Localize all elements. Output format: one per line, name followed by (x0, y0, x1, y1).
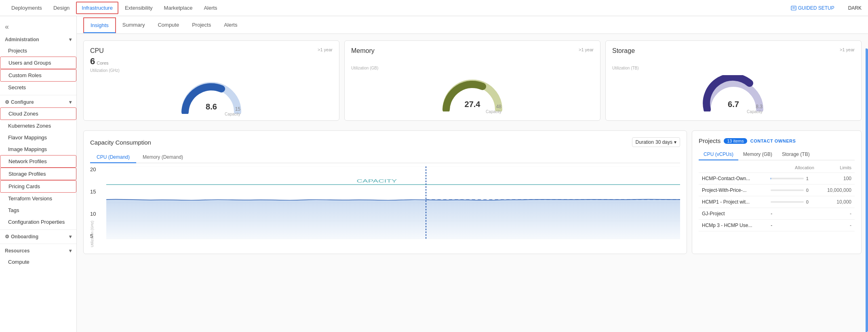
section-resources[interactable]: Resources ▾ (0, 246, 76, 256)
section-resources-chevron: ▾ (69, 248, 72, 254)
col-limits-header: Limits (817, 164, 855, 173)
proj-limit-3: - (817, 208, 855, 220)
sidebar-label-tags: Tags (8, 207, 19, 213)
sidebar-label-image-mappings: Image Mappings (8, 146, 47, 152)
memory-gauge-svg-wrap: 27.4 48 Capacity (440, 75, 505, 111)
col-name-header (699, 164, 767, 173)
cpu-util-label: Utilization (GHz) (90, 68, 333, 73)
projects-subtabs: CPU (vCPUs) Memory (GB) Storage (TB) (699, 149, 855, 160)
sidebar-item-kubernetes-zones[interactable]: Kubernetes Zones (0, 120, 76, 132)
section-configure[interactable]: ⚙ Configure ▾ (0, 97, 76, 107)
cpu-unit: Cores (97, 61, 108, 65)
sidebar-label-compute: Compute (8, 259, 29, 265)
proj-limit-0: 100 (817, 173, 855, 185)
storage-gauge-duration: >1 year (840, 47, 855, 52)
sidebar-item-storage-profiles[interactable]: Storage Profiles (0, 168, 76, 180)
gauge-row: CPU >1 year 6 Cores Utilization (GHz) (83, 40, 862, 121)
storage-cap-val: 8.3 (747, 104, 763, 109)
sidebar-item-terraform-versions[interactable]: Terraform Versions (0, 193, 76, 204)
sidebar-label-projects: Projects (8, 48, 27, 54)
proj-name-0: HCMP-Contact-Own... (699, 173, 767, 185)
cpu-cap-val: 15 (225, 106, 240, 112)
nav-alerts[interactable]: Alerts (199, 2, 222, 13)
memory-gauge-card: Memory >1 year Utilization (GB) 27.4 (344, 40, 600, 121)
top-nav-right: GUIDED SETUP DARK (791, 5, 862, 11)
proj-alloc-4: - (767, 220, 817, 231)
sidebar-label-network-profiles: Network Profiles (8, 158, 47, 164)
table-row: HCMP1 - Project wit... 0 10,000 (699, 196, 855, 208)
right-edge-indicator (866, 48, 868, 332)
proj-alloc-1: 0 (767, 185, 817, 196)
tab-insights[interactable]: Insights (83, 17, 116, 33)
tab-summary[interactable]: Summary (116, 18, 152, 33)
nav-design[interactable]: Design (48, 2, 74, 13)
memory-cap-val: 48 (486, 104, 501, 109)
projects-header: Projects 13 items CONTACT OWNERS (699, 137, 855, 144)
proj-name-1: Project-With-Price-... (699, 185, 767, 196)
y-axis-label: Utilization (GHz) (90, 183, 95, 247)
sidebar-item-network-profiles[interactable]: Network Profiles (0, 155, 76, 168)
guided-setup-button[interactable]: GUIDED SETUP (791, 5, 834, 11)
proj-tab-cpu[interactable]: CPU (vCPUs) (699, 149, 738, 160)
configure-icon: ⚙ (5, 99, 9, 105)
duration-select[interactable]: Duration 30 days ▾ (632, 137, 680, 147)
sidebar-item-config-props[interactable]: Configuration Properties (0, 216, 76, 228)
nav-marketplace[interactable]: Marketplace (159, 2, 198, 13)
tab-alerts[interactable]: Alerts (217, 18, 244, 33)
collapse-button[interactable]: « (2, 21, 12, 33)
proj-limit-4: - (817, 220, 855, 231)
storage-cap-label: Capacity (747, 109, 763, 114)
storage-gauge-title: Storage (612, 47, 855, 55)
chart-tab-memory[interactable]: Memory (Demand) (136, 152, 190, 163)
storage-util-label: Utilization (TB) (612, 66, 855, 70)
moon-icon (841, 5, 847, 11)
contact-owners-button[interactable]: CONTACT OWNERS (750, 139, 796, 143)
chart-svg-area: CAPACITY (106, 166, 680, 239)
sidebar-item-custom-roles[interactable]: Custom Roles (0, 69, 76, 82)
sidebar-item-flavor-mappings[interactable]: Flavor Mappings (0, 132, 76, 143)
storage-gauge-card: Storage >1 year Utilization (TB) 6.7 (605, 40, 862, 121)
nav-deployments[interactable]: Deployments (6, 2, 47, 13)
projects-panel-title: Projects (699, 137, 721, 144)
guided-setup-label: GUIDED SETUP (798, 5, 834, 11)
sidebar-item-cloud-zones[interactable]: Cloud Zones (0, 107, 76, 120)
sidebar-label-flavor-mappings: Flavor Mappings (8, 134, 47, 141)
table-row: GJ-Project - - (699, 208, 855, 220)
sidebar-item-projects[interactable]: Projects (0, 45, 76, 57)
sidebar-item-pricing-cards[interactable]: Pricing Cards (0, 180, 76, 193)
onboarding-icon: ⚙ (5, 234, 9, 240)
nav-extensibility[interactable]: Extensibility (120, 2, 158, 13)
projects-panel: Projects 13 items CONTACT OWNERS CPU (vC… (692, 130, 862, 254)
cpu-big-num: 6 (90, 56, 95, 67)
duration-chevron-icon: ▾ (674, 139, 676, 145)
tab-projects[interactable]: Projects (185, 18, 217, 33)
chart-tab-cpu[interactable]: CPU (Demand) (90, 152, 136, 163)
nav-infrastructure[interactable]: Infrastructure (76, 2, 118, 14)
sidebar-item-image-mappings[interactable]: Image Mappings (0, 143, 76, 155)
main-content-area: CPU >1 year 6 Cores Utilization (GHz) (77, 34, 868, 332)
tab-compute[interactable]: Compute (151, 18, 185, 33)
sidebar-item-compute[interactable]: Compute (0, 256, 76, 268)
proj-tab-memory[interactable]: Memory (GB) (738, 149, 777, 160)
sidebar-label-pricing-cards: Pricing Cards (8, 183, 40, 189)
dark-toggle-button[interactable]: DARK (841, 5, 862, 11)
memory-gauge-title: Memory (351, 47, 594, 55)
sidebar-item-secrets[interactable]: Secrets (0, 82, 76, 93)
sidebar-label-custom-roles: Custom Roles (8, 72, 42, 78)
sidebar-item-users-groups[interactable]: Users and Groups (0, 57, 76, 69)
section-admin-chevron: ▾ (69, 37, 72, 42)
sidebar-item-tags[interactable]: Tags (0, 204, 76, 216)
memory-util-label: Utilization (GB) (351, 66, 594, 70)
divider-2 (0, 229, 76, 230)
sidebar-label-secrets: Secrets (8, 84, 26, 90)
divider-3 (0, 244, 76, 244)
memory-gauge-container: 27.4 48 Capacity (351, 72, 594, 111)
cpu-cap-label: Capacity (225, 112, 240, 116)
capacity-header: Capacity Consumption Duration 30 days ▾ (90, 137, 680, 147)
proj-alloc-0: 1 (767, 173, 817, 185)
section-onboarding[interactable]: ⚙ Onboarding ▾ (0, 231, 76, 242)
section-administration[interactable]: Administration ▾ (0, 34, 76, 45)
storage-capacity: 8.3 Capacity (747, 104, 763, 114)
proj-tab-storage[interactable]: Storage (TB) (777, 149, 815, 160)
sidebar-label-storage-profiles: Storage Profiles (8, 171, 46, 177)
